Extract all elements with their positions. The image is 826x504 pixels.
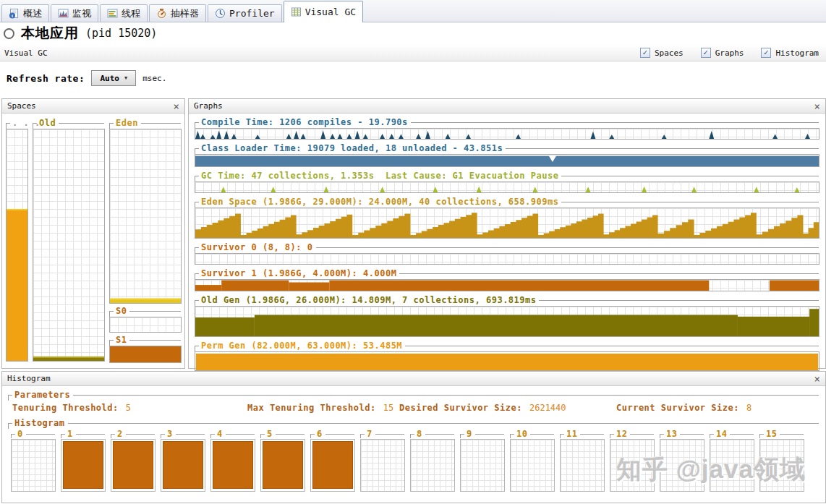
group-line	[506, 148, 819, 149]
close-icon[interactable]: ×	[174, 101, 179, 111]
view-checkboxes: ✓Spaces✓Graphs✓Histogram	[640, 48, 819, 58]
graphs-panel: Graphs × Compile Time: 1206 compiles - 1…	[188, 98, 826, 369]
group-line	[475, 434, 504, 435]
graph-strip-0	[195, 128, 819, 140]
group-corner	[109, 123, 114, 129]
histogram-bin-0: 0	[11, 430, 56, 492]
parameters-row: Tenuring Threshold:5Max Tenuring Thresho…	[8, 401, 819, 414]
group-line	[425, 434, 454, 435]
app-title: 本地应用	[21, 24, 79, 43]
bin-box	[61, 439, 106, 492]
space-s0-label: S0	[116, 306, 127, 317]
parameters-group-title: Parameters	[14, 390, 70, 401]
bin-label: 10	[516, 430, 527, 439]
tab-监视[interactable]: 监视	[51, 4, 98, 22]
graph-row-7: Perm Gen (82.000M, 63.000M): 53.485M	[195, 341, 819, 371]
bin-fill	[213, 441, 253, 489]
group-line	[226, 434, 255, 435]
graph-row-6: Old Gen (1.986G, 26.000M): 14.809M, 7 co…	[195, 295, 819, 337]
group-corner	[6, 123, 10, 129]
parameter-label: Max Tenuring Threshold:	[247, 403, 376, 413]
group-line	[126, 434, 155, 435]
checkbox-histogram[interactable]: ✓Histogram	[761, 48, 819, 58]
refresh-rate-dropdown[interactable]: Auto ▼	[91, 70, 136, 86]
checkbox-check-icon: ✓	[701, 48, 711, 58]
close-icon[interactable]: ×	[814, 101, 820, 111]
histogram-bin-4: 4	[210, 430, 255, 492]
space-column-old: Old	[33, 118, 105, 362]
graph-row-0: Compile Time: 1206 compiles - 19.790s	[195, 117, 819, 140]
group-line	[276, 434, 305, 435]
graph-row-3: Eden Space (1.986G, 29.000M): 24.000M, 4…	[195, 197, 819, 239]
group-corner	[759, 434, 764, 438]
group-line	[176, 434, 205, 435]
visualvm-window: i概述监视线程抽样器ProfilerVisual GC 本地应用 (pid 15…	[0, 0, 826, 504]
group-line	[580, 434, 604, 435]
tab-抽样器[interactable]: 抽样器	[149, 4, 206, 22]
histogram-bin-11: 11	[560, 430, 605, 492]
group-line	[129, 340, 181, 341]
bin-box	[460, 439, 505, 492]
svg-text:i: i	[12, 13, 13, 19]
close-icon[interactable]: ×	[814, 374, 820, 384]
bin-label: 2	[117, 430, 123, 439]
graph-strip-3	[195, 208, 819, 239]
graphs-panel-body: Compile Time: 1206 compiles - 19.790sCla…	[189, 114, 825, 371]
parameter-value: 2621440	[529, 403, 566, 413]
group-line	[411, 122, 819, 123]
graph-row-label: Class Loader Time: 19079 loaded, 18 unlo…	[201, 143, 503, 154]
refresh-rate-row: Refresh rate: Auto ▼ msec.	[0, 62, 166, 94]
bin-box	[510, 439, 555, 492]
checkbox-graphs[interactable]: ✓Graphs	[701, 48, 744, 58]
overview-icon: i	[9, 8, 20, 19]
group-corner	[195, 202, 199, 208]
group-line	[325, 434, 354, 435]
refresh-rate-unit: msec.	[142, 74, 166, 83]
histogram-bin-6: 6	[310, 430, 355, 492]
application-titlebar: 本地应用 (pid 15020)	[0, 22, 157, 44]
group-line	[26, 434, 55, 435]
tab-label: 概述	[23, 7, 42, 20]
tab-概述[interactable]: i概述	[1, 4, 49, 22]
graph-row-label: GC Time: 47 collections, 1.353s Last Cau…	[201, 171, 558, 181]
group-corner	[195, 300, 199, 306]
space-eden-bar	[109, 129, 182, 304]
group-line	[680, 434, 704, 435]
bin-fill	[312, 441, 353, 489]
space-column-eden: Eden	[109, 118, 182, 304]
group-line	[129, 311, 181, 312]
tab-profiler[interactable]: Profiler	[208, 4, 282, 22]
graph-row-label: Survivor 1 (1.986G, 4.000M): 4.000M	[201, 268, 396, 279]
bin-fill	[113, 441, 153, 489]
bin-label: 4	[217, 430, 223, 439]
tab-label: 抽样器	[171, 7, 199, 20]
checkbox-label: Graphs	[715, 48, 744, 58]
checkbox-label: Histogram	[775, 48, 819, 58]
bin-label: 15	[766, 430, 777, 439]
bin-label: 0	[17, 430, 23, 439]
parameters-group: Parameters Tenuring Threshold:5Max Tenur…	[8, 390, 819, 414]
checkbox-spaces[interactable]: ✓Spaces	[640, 48, 684, 58]
group-corner	[660, 434, 664, 438]
group-corner	[11, 434, 15, 438]
tab-visual-gc[interactable]: Visual GC	[284, 1, 363, 22]
group-corner	[260, 434, 265, 438]
parameter-value: 5	[126, 403, 131, 413]
space-old-bar	[33, 129, 105, 362]
group-corner	[195, 176, 199, 181]
histogram-panel-header: Histogram ×	[2, 372, 825, 386]
group-corner	[710, 434, 714, 438]
group-line	[405, 346, 819, 346]
histogram-bin-5: 5	[260, 430, 305, 492]
graph-row-5: Survivor 1 (1.986G, 4.000M): 4.000M	[195, 268, 819, 291]
graph-strip-6	[195, 306, 819, 337]
graph-strip-7	[195, 351, 819, 371]
group-corner	[195, 273, 199, 279]
space-old-fill	[33, 356, 104, 361]
parameter-label: Current Survivor Size:	[616, 403, 739, 413]
app-status-icon	[4, 28, 14, 39]
tab-线程[interactable]: 线程	[100, 4, 148, 22]
graph-row-label: Perm Gen (82.000M, 63.000M): 53.485M	[201, 341, 402, 351]
group-line	[561, 176, 819, 176]
group-line	[73, 395, 819, 396]
